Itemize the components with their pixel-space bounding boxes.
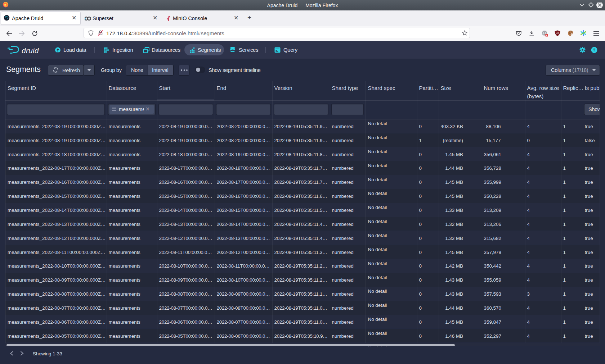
svg-text:?: ? [593,48,595,52]
svg-text:UO: UO [556,32,559,34]
